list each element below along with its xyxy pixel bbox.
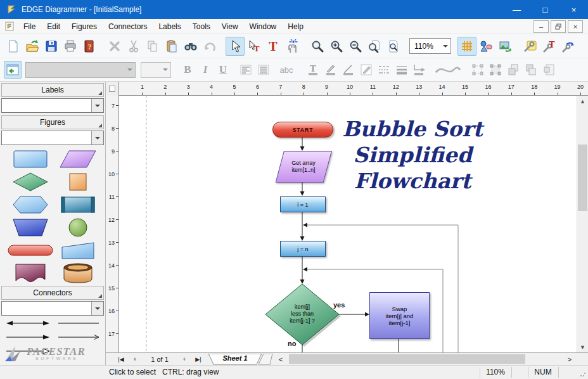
shape-parallelogram[interactable] bbox=[54, 149, 101, 169]
last-page-button[interactable]: ▶| bbox=[191, 354, 205, 364]
zoom-level-combo[interactable]: 110% bbox=[409, 38, 451, 54]
init-j-node[interactable]: j = n bbox=[280, 241, 326, 257]
figures-section-header[interactable]: Figures bbox=[1, 115, 104, 129]
scroll-down-icon[interactable]: ▼ bbox=[577, 342, 588, 352]
first-page-button[interactable]: |◀ bbox=[114, 354, 128, 364]
sheet-tab-label: Sheet 1 bbox=[208, 354, 262, 362]
grid-toggle-icon[interactable] bbox=[457, 37, 476, 56]
labels-section-header[interactable]: Labels bbox=[1, 83, 104, 97]
connector-thin-arrow[interactable] bbox=[58, 335, 99, 340]
init-i-node[interactable]: i = 1 bbox=[280, 196, 326, 212]
get-array-node[interactable]: Get array item[1..n] bbox=[276, 151, 332, 183]
shape-trapezoid[interactable] bbox=[6, 217, 54, 238]
save-icon[interactable] bbox=[42, 37, 61, 56]
ruler-top-number: 9 bbox=[321, 84, 333, 90]
connector-solid-arrow[interactable] bbox=[6, 335, 49, 340]
text-style-icon[interactable]: T bbox=[540, 37, 559, 56]
shape-square[interactable] bbox=[54, 172, 101, 192]
shape-hexagon[interactable] bbox=[6, 195, 54, 215]
shape-predefined-process[interactable] bbox=[54, 195, 101, 215]
select-text-tool-icon[interactable]: T bbox=[245, 37, 264, 56]
menu-tools[interactable]: Tools bbox=[187, 20, 216, 34]
menu-labels[interactable]: Labels bbox=[153, 20, 186, 34]
hscroll-right-button[interactable]: > bbox=[563, 354, 577, 364]
labels-combo[interactable] bbox=[1, 98, 104, 113]
next-page-button[interactable]: + bbox=[177, 354, 191, 364]
vertical-scroll-thumb[interactable] bbox=[578, 145, 587, 211]
shape-manual-input[interactable] bbox=[54, 240, 101, 260]
figure-palette-icon[interactable] bbox=[476, 37, 495, 56]
close-button[interactable]: × bbox=[559, 0, 588, 19]
shape-rectangle[interactable] bbox=[6, 149, 54, 169]
ruler-top-number: 14 bbox=[436, 84, 449, 90]
vertical-scrollbar[interactable]: ▲ ▼ bbox=[577, 96, 588, 352]
logo-name: PACESTAR bbox=[27, 347, 86, 356]
print-icon[interactable] bbox=[61, 37, 80, 56]
paste-icon[interactable] bbox=[162, 37, 181, 56]
text-tool-icon[interactable]: T bbox=[264, 37, 283, 56]
svg-text:T: T bbox=[269, 39, 278, 53]
connector-double-arrow[interactable] bbox=[6, 321, 49, 326]
mdi-minimize-button[interactable]: – bbox=[534, 20, 549, 33]
help-icon[interactable]: ? bbox=[80, 37, 99, 56]
zoom-page-icon[interactable] bbox=[365, 37, 384, 56]
resize-grip[interactable] bbox=[580, 371, 586, 377]
insert-picture-icon[interactable] bbox=[495, 37, 514, 56]
maximize-button[interactable]: □ bbox=[531, 0, 559, 19]
zoom-sheet-icon[interactable] bbox=[384, 37, 403, 56]
diagram-title: Bubble Sort Simplified Flowchart bbox=[328, 116, 497, 194]
start-node[interactable]: START bbox=[272, 122, 333, 138]
swap-node[interactable]: Swap item[j] and item[j-1] bbox=[369, 292, 430, 339]
scroll-up-icon[interactable]: ▲ bbox=[577, 96, 588, 106]
menu-file[interactable]: File bbox=[18, 20, 41, 34]
open-file-icon[interactable] bbox=[23, 37, 42, 56]
shape-diamond[interactable] bbox=[6, 172, 54, 192]
new-file-icon[interactable] bbox=[4, 37, 23, 56]
menu-help[interactable]: Help bbox=[282, 20, 309, 34]
chevron-down-icon[interactable] bbox=[91, 302, 103, 315]
zoom-out-icon[interactable] bbox=[346, 37, 365, 56]
menu-window[interactable]: Window bbox=[244, 20, 283, 34]
section-corner-icon bbox=[98, 124, 102, 127]
connectors-section-header[interactable]: Connectors bbox=[1, 286, 104, 300]
prev-page-button[interactable]: + bbox=[128, 354, 142, 364]
mdi-close-button[interactable]: × bbox=[568, 20, 583, 33]
chevron-down-icon[interactable] bbox=[91, 131, 103, 145]
section-corner-icon bbox=[98, 294, 102, 298]
connectors-header-text: Connectors bbox=[33, 288, 72, 297]
figure-style-icon[interactable] bbox=[521, 37, 540, 56]
shape-document[interactable] bbox=[6, 263, 54, 283]
pane-toggle-icon[interactable] bbox=[4, 61, 22, 79]
chevron-down-icon bbox=[160, 68, 170, 71]
zoom-in-icon[interactable] bbox=[327, 37, 346, 56]
ruler-top-number: 16 bbox=[482, 84, 494, 90]
menu-bar: File Edit Figures Connectors Labels Tool… bbox=[0, 19, 588, 34]
line-weight-icon bbox=[393, 61, 411, 79]
hscroll-left-button[interactable]: < bbox=[274, 354, 288, 364]
menu-view[interactable]: View bbox=[216, 20, 244, 34]
menu-figures[interactable]: Figures bbox=[66, 20, 103, 34]
horizontal-scroll-thumb[interactable] bbox=[289, 354, 525, 364]
menu-connectors[interactable]: Connectors bbox=[103, 20, 153, 34]
zoom-tool-icon[interactable] bbox=[308, 37, 327, 56]
horizontal-scrollbar[interactable] bbox=[288, 354, 563, 364]
mdi-restore-button[interactable] bbox=[551, 20, 566, 33]
connectors-combo[interactable] bbox=[1, 301, 104, 316]
document-icon[interactable] bbox=[5, 22, 14, 31]
minimize-button[interactable]: — bbox=[502, 0, 531, 19]
chevron-down-icon[interactable] bbox=[91, 99, 103, 112]
chevron-down-icon[interactable] bbox=[440, 45, 451, 48]
shape-terminator[interactable] bbox=[6, 240, 54, 260]
connector-style-icon[interactable] bbox=[559, 37, 578, 56]
drawing-canvas[interactable]: Bubble Sort Simplified Flowchart START G… bbox=[119, 96, 577, 352]
copy-icon bbox=[143, 37, 162, 56]
shape-cylinder[interactable] bbox=[54, 263, 101, 283]
connect-tool-icon[interactable] bbox=[283, 37, 302, 56]
select-tool-icon[interactable] bbox=[226, 37, 245, 56]
shape-circle[interactable] bbox=[54, 217, 101, 238]
find-icon[interactable] bbox=[181, 37, 200, 56]
figures-combo[interactable] bbox=[1, 131, 104, 145]
pacestar-logo: PACESTAR SOFTWARE bbox=[4, 345, 103, 363]
menu-edit[interactable]: Edit bbox=[41, 20, 66, 34]
sheet-tab[interactable]: Sheet 1 bbox=[208, 354, 274, 365]
